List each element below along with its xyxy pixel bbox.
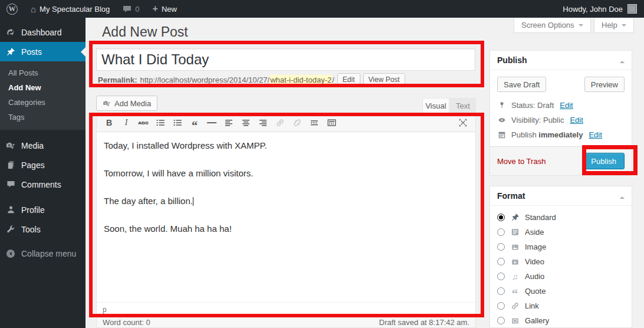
sidebar-item-dashboard[interactable]: Dashboard [0,22,86,42]
numbered-list-button[interactable] [170,116,185,130]
screen-options-tab[interactable]: Screen Options [514,18,591,33]
publish-panel-header[interactable]: Publish [490,51,632,70]
italic-button[interactable]: I [119,116,134,130]
schedule-value: immediately [538,130,583,139]
sidebar-item-add-new[interactable]: Add New [0,80,86,95]
radio-audio[interactable] [497,273,505,280]
editor-paragraph: Today, I installed Wordpress with XAMPP. [104,139,468,152]
save-draft-button[interactable]: Save Draft [497,77,546,92]
format-image-icon [510,243,520,251]
edit-visibility-link[interactable]: Edit [570,116,583,124]
sidebar-item-profile[interactable]: Profile [0,200,86,219]
sidebar-item-categories[interactable]: Categories [0,95,86,110]
sidebar-item-tags[interactable]: Tags [0,110,86,124]
align-right-button[interactable] [255,116,271,130]
format-option-image[interactable]: Image [490,240,632,254]
radio-video[interactable] [497,258,505,265]
visibility-row: Visibility: Public Edit [490,113,632,127]
bulleted-list-button[interactable] [153,116,168,130]
sidebar-item-posts[interactable]: Posts [0,42,86,61]
edit-permalink-button[interactable]: Edit [337,73,360,86]
editor-statusbar: p [97,302,475,317]
radio-standard[interactable] [497,214,505,221]
numbered-list-icon [173,118,182,127]
align-center-button[interactable] [238,116,254,130]
unlink-icon [293,118,302,127]
fullscreen-button[interactable] [455,116,471,130]
sidebar-label: Profile [21,205,45,215]
edit-status-link[interactable]: Edit [560,101,573,110]
format-option-quote[interactable]: “ Quote [490,284,632,299]
chevron-down-icon [579,24,583,29]
permalink-slug: what-i-did-today-2 [270,75,332,85]
add-media-label: Add Media [114,99,151,108]
format-option-link[interactable]: Link [490,299,632,313]
bold-button[interactable]: B [101,116,117,130]
sidebar-item-pages[interactable]: Pages [0,155,86,175]
sidebar-item-comments[interactable]: Comments [0,175,86,194]
format-option-aside[interactable]: Aside [490,225,632,240]
status-row: Status: Draft Edit [490,97,632,113]
radio-quote[interactable] [497,287,505,295]
comment-count: 0 [135,5,139,14]
remove-link-button[interactable] [290,116,305,130]
permalink-label: Permalink: [98,76,137,84]
preview-button[interactable]: Preview [584,77,625,92]
publish-button[interactable]: Publish [583,153,625,169]
editor-content[interactable]: Today, I installed Wordpress with XAMPP.… [97,132,475,302]
format-label: Standard [525,213,556,222]
format-panel-header[interactable]: Format [490,186,632,206]
link-icon [275,118,285,127]
more-tag-icon [310,118,319,127]
format-label: Aside [525,228,544,237]
toolbar-toggle-icon [327,118,337,127]
radio-gallery[interactable] [497,317,505,324]
format-options: Standard Aside Image [490,206,632,328]
blockquote-button[interactable]: “ [187,116,202,130]
chevron-down-icon [622,24,626,29]
bulleted-list-icon [156,118,165,127]
help-tab[interactable]: Help [594,18,634,33]
format-option-video[interactable]: Video [490,254,632,269]
format-aside-icon [510,228,520,237]
radio-link[interactable] [497,302,505,310]
align-left-button[interactable] [221,116,236,130]
sidebar-item-tools[interactable]: Tools [0,219,86,239]
align-right-icon [258,118,268,127]
site-name-link[interactable]: ⌂ My Spectacular Blog [24,0,116,18]
format-label: Image [525,242,546,251]
move-to-trash-link[interactable]: Move to Trash [497,157,546,166]
horizontal-rule-icon: — [207,117,216,128]
text-cursor [193,197,193,206]
wordpress-admin-add-new-post: W ⌂ My Spectacular Blog 0 + New Howdy, J… [0,0,644,328]
radio-image[interactable] [497,243,505,251]
toolbar-toggle-button[interactable] [324,116,339,130]
admin-bar-comments-link[interactable]: 0 [116,0,146,18]
radio-aside[interactable] [497,228,505,236]
strikethrough-button[interactable]: ABC [136,116,151,130]
sidebar-item-media[interactable]: Media [0,136,86,155]
tab-visual[interactable]: Visual [422,98,449,113]
insert-link-button[interactable] [272,116,288,130]
panel-toggle-icon [620,194,625,199]
more-tag-button[interactable] [307,116,322,130]
add-media-button[interactable]: Add Media [96,96,157,111]
format-option-gallery[interactable]: Gallery [490,313,632,328]
visibility-label: Visibility: [511,116,541,124]
collapse-menu-button[interactable]: Collapse menu [0,244,86,263]
format-option-audio[interactable]: ♫ Audio [490,269,632,284]
horizontal-rule-button[interactable]: — [204,116,219,130]
tab-text[interactable]: Text [450,98,476,113]
view-post-button[interactable]: View Post [363,73,405,86]
wordpress-logo-button[interactable]: W [0,0,24,18]
post-title-input[interactable] [96,48,475,71]
admin-bar-new-link[interactable]: + New [146,0,183,18]
format-option-standard[interactable]: Standard [490,210,632,225]
edit-schedule-link[interactable]: Edit [589,130,602,139]
admin-bar-account[interactable]: Howdy, John Doe [563,4,644,14]
format-panel: Format Standard Aside [489,186,632,328]
element-path[interactable]: p [103,306,107,314]
howdy-text: Howdy, John Doe [563,5,623,14]
sidebar-item-all-posts[interactable]: All Posts [0,65,86,80]
format-video-icon [510,258,520,266]
